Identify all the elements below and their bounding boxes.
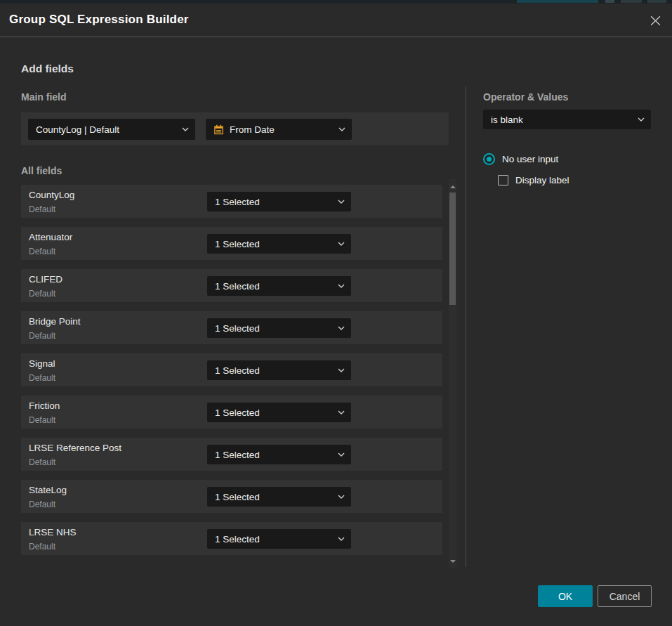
field-subtitle: Default	[29, 204, 55, 214]
dialog-titlebar: Group SQL Expression Builder	[0, 4, 672, 37]
field-row: LRSE NHS Default 1 Selected	[21, 522, 442, 555]
chevron-down-icon	[638, 117, 645, 122]
field-selection-dropdown[interactable]: 1 Selected	[207, 360, 351, 380]
dialog-title: Group SQL Expression Builder	[9, 13, 189, 27]
field-subtitle: Default	[29, 415, 55, 425]
chevron-down-icon	[338, 452, 345, 457]
field-name: CountyLog	[29, 190, 74, 200]
no-user-input-radio[interactable]: No user input	[483, 153, 558, 165]
field-selection-dropdown[interactable]: 1 Selected	[207, 318, 351, 338]
close-button[interactable]	[648, 13, 662, 27]
field-row: LRSE Reference Post Default 1 Selected	[21, 438, 442, 471]
field-row: Friction Default 1 Selected	[21, 396, 442, 429]
chevron-down-icon	[338, 537, 345, 541]
calendar-icon	[213, 124, 224, 135]
checkbox-label: Display label	[515, 175, 569, 185]
chevron-down-icon	[338, 284, 345, 288]
field-selection-dropdown[interactable]: 1 Selected	[207, 529, 351, 549]
app-header-fragment	[517, 0, 598, 3]
field-row: CLIFED Default 1 Selected	[21, 269, 442, 302]
all-fields-label: All fields	[21, 165, 62, 176]
dropdown-value: 1 Selected	[215, 407, 260, 418]
operator-values-heading: Operator & Values	[483, 91, 568, 103]
field-subtitle: Default	[29, 500, 55, 509]
chevron-down-icon	[338, 368, 345, 372]
scrollbar-thumb[interactable]	[449, 193, 456, 305]
panel-divider	[466, 86, 466, 567]
display-label-checkbox[interactable]: Display label	[498, 175, 569, 185]
field-subtitle: Default	[29, 247, 55, 256]
field-selection-dropdown[interactable]: 1 Selected	[207, 276, 351, 296]
dropdown-value: 1 Selected	[215, 534, 260, 545]
field-selection-dropdown[interactable]: 1 Selected	[207, 445, 351, 464]
app-header-fragment	[621, 0, 642, 3]
field-name: LRSE NHS	[29, 527, 77, 537]
dropdown-value: CountyLog | Default	[36, 124, 119, 135]
field-name: StateLog	[29, 485, 67, 495]
dropdown-value: is blank	[491, 115, 523, 125]
cancel-button[interactable]: Cancel	[598, 585, 652, 607]
scroll-up-icon[interactable]	[450, 185, 456, 188]
operator-dropdown[interactable]: is blank	[483, 110, 651, 129]
chevron-down-icon	[338, 200, 345, 204]
chevron-down-icon	[182, 127, 189, 131]
field-selection-dropdown[interactable]: 1 Selected	[207, 234, 351, 254]
group-sql-expression-builder-dialog: Group SQL Expression Builder Add fields …	[0, 4, 672, 626]
field-name: Friction	[29, 400, 60, 411]
dropdown-value: 1 Selected	[215, 323, 260, 334]
field-selection-dropdown[interactable]: 1 Selected	[207, 403, 351, 422]
radio-selected-icon	[483, 153, 495, 165]
ok-button[interactable]: OK	[538, 585, 593, 607]
field-name: CLIFED	[29, 274, 62, 285]
dropdown-value: 1 Selected	[215, 239, 260, 249]
main-field-field-dropdown[interactable]: From Date	[206, 119, 352, 140]
checkbox-unchecked-icon	[498, 175, 508, 185]
field-row: CountyLog Default 1 Selected	[21, 185, 442, 218]
field-subtitle: Default	[29, 542, 55, 552]
field-subtitle: Default	[29, 331, 55, 341]
app-header-fragment	[605, 0, 614, 3]
main-field-label: Main field	[21, 91, 67, 103]
chevron-down-icon	[338, 410, 345, 415]
add-fields-heading: Add fields	[21, 63, 74, 75]
field-name: LRSE Reference Post	[29, 443, 121, 453]
field-subtitle: Default	[29, 457, 55, 467]
field-row: StateLog Default 1 Selected	[21, 480, 442, 513]
radio-label: No user input	[502, 154, 558, 164]
field-row: Bridge Point Default 1 Selected	[21, 311, 442, 344]
scroll-down-icon[interactable]	[450, 560, 456, 563]
field-name: Bridge Point	[29, 316, 81, 327]
chevron-down-icon	[338, 495, 345, 499]
main-field-layer-dropdown[interactable]: CountyLog | Default	[28, 119, 195, 140]
field-row: Signal Default 1 Selected	[21, 353, 442, 386]
close-icon	[649, 14, 662, 27]
dropdown-value: 1 Selected	[215, 450, 260, 460]
chevron-down-icon	[338, 127, 345, 131]
dropdown-value: 1 Selected	[215, 281, 260, 292]
main-field-container: CountyLog | Default From Date	[21, 112, 449, 145]
chevron-down-icon	[338, 242, 345, 246]
field-row: Attenuator Default 1 Selected	[21, 227, 442, 260]
dropdown-value: 1 Selected	[215, 365, 260, 376]
dropdown-value: 1 Selected	[215, 492, 260, 502]
field-selection-dropdown[interactable]: 1 Selected	[207, 192, 351, 211]
field-subtitle: Default	[29, 289, 55, 299]
chevron-down-icon	[338, 326, 345, 330]
dropdown-value: From Date	[230, 124, 275, 135]
app-header-fragment	[647, 0, 666, 3]
field-selection-dropdown[interactable]: 1 Selected	[207, 487, 351, 507]
field-subtitle: Default	[29, 373, 55, 383]
all-fields-list: CountyLog Default 1 Selected Attenuator …	[21, 185, 442, 555]
dropdown-value: 1 Selected	[215, 197, 260, 207]
field-name: Signal	[29, 358, 55, 369]
fields-scrollbar[interactable]	[449, 179, 456, 568]
field-name: Attenuator	[29, 232, 72, 242]
